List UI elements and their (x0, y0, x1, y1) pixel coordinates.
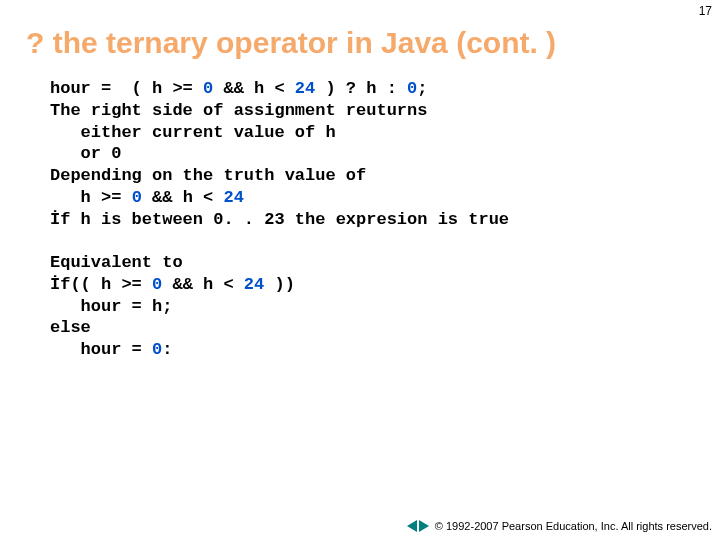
code-text: either current value of h (50, 123, 336, 142)
code-text: hour = h; (50, 297, 172, 316)
copyright-text: © 1992-2007 Pearson Education, Inc. All … (435, 520, 712, 532)
footer: © 1992-2007 Pearson Education, Inc. All … (407, 520, 712, 532)
code-text: The right side of assignment reuturns (50, 101, 427, 120)
code-text: && h < (142, 188, 224, 207)
next-arrow-icon[interactable] (419, 520, 429, 532)
code-text: h >= (50, 188, 132, 207)
code-literal: 24 (295, 79, 315, 98)
nav-arrows (407, 520, 429, 532)
page-number: 17 (699, 4, 712, 18)
code-literal: 0 (152, 340, 162, 359)
code-literal: 0 (152, 275, 162, 294)
code-text: Depending on the truth value of (50, 166, 366, 185)
code-text: ) ? h : (315, 79, 407, 98)
code-literal: 24 (244, 275, 264, 294)
prev-arrow-icon[interactable] (407, 520, 417, 532)
code-text: Equivalent to (50, 253, 183, 272)
code-text: İf(( h >= (50, 275, 152, 294)
code-literal: 24 (223, 188, 243, 207)
code-text: hour = (50, 340, 152, 359)
code-text: : (162, 340, 172, 359)
code-literal: 0 (407, 79, 417, 98)
code-text: && h < (213, 79, 295, 98)
code-text: İf h is between 0. . 23 the expresion is… (50, 210, 509, 229)
code-literal: 0 (132, 188, 142, 207)
code-text: else (50, 318, 91, 337)
code-text: )) (264, 275, 295, 294)
code-text: or 0 (50, 144, 121, 163)
code-text: hour = ( h >= (50, 79, 203, 98)
code-text: && h < (162, 275, 244, 294)
code-text: ; (417, 79, 427, 98)
slide-title: ? the ternary operator in Java (cont. ) (0, 0, 720, 78)
code-block-1: hour = ( h >= 0 && h < 24 ) ? h : 0; The… (0, 78, 720, 361)
code-literal: 0 (203, 79, 213, 98)
